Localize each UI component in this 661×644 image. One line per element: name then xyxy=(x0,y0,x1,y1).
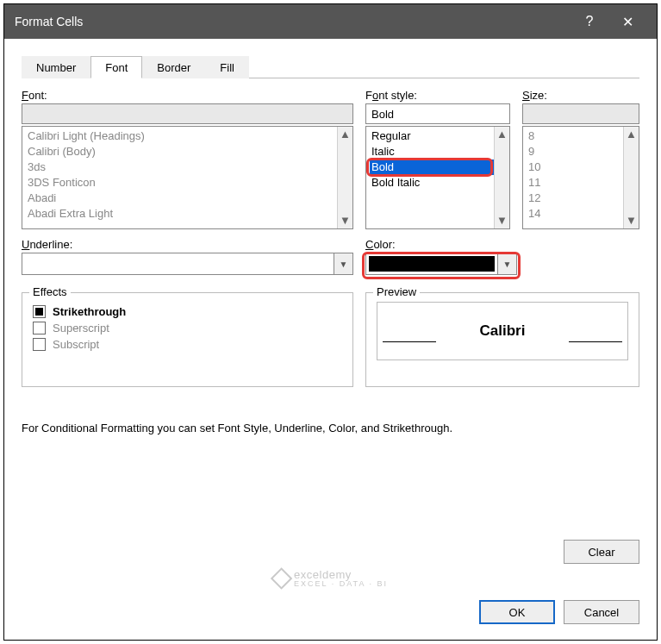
dialog-body: Number Font Border Fill Font: Calibri Li… xyxy=(4,39,657,435)
effects-title: Effects xyxy=(29,285,71,298)
conditional-formatting-note: For Conditional Formatting you can set F… xyxy=(22,422,639,435)
list-item[interactable]: 10 xyxy=(527,159,635,175)
list-item[interactable]: 14 xyxy=(527,206,635,222)
underline-combo[interactable]: ▼ xyxy=(22,253,353,275)
tab-bar: Number Font Border Fill xyxy=(22,54,639,78)
underline-value xyxy=(22,253,334,274)
scroll-up-icon[interactable]: ▲ xyxy=(496,127,508,142)
checkbox-icon xyxy=(33,338,46,351)
color-label: Color: xyxy=(365,238,521,251)
cancel-button[interactable]: Cancel xyxy=(564,600,639,624)
effects-preview-row: Effects Strikethrough Superscript Subscr… xyxy=(22,287,639,387)
font-row: Font: Calibri Light (Headings) Calibri (… xyxy=(22,89,639,229)
scrollbar[interactable]: ▲▼ xyxy=(623,127,639,228)
scroll-down-icon[interactable]: ▼ xyxy=(626,213,637,228)
scrollbar[interactable]: ▲▼ xyxy=(494,127,509,228)
list-item[interactable]: Italic xyxy=(370,144,506,159)
list-item-selected[interactable]: Bold xyxy=(370,159,506,175)
scroll-up-icon[interactable]: ▲ xyxy=(340,127,351,142)
font-style-input[interactable] xyxy=(365,103,510,124)
font-input[interactable] xyxy=(22,103,353,124)
underline-color-row: Underline: ▼ Color: ▼ xyxy=(22,238,639,275)
scroll-up-icon[interactable]: ▲ xyxy=(626,127,637,142)
tab-border[interactable]: Border xyxy=(142,56,205,78)
list-item[interactable]: 8 xyxy=(527,128,635,144)
preview-text: Calibri xyxy=(480,322,526,340)
tab-number[interactable]: Number xyxy=(22,56,90,78)
list-item[interactable]: Bold Italic xyxy=(370,175,506,191)
size-listbox[interactable]: 8 9 10 11 12 14 ▲▼ xyxy=(522,126,639,229)
chevron-down-icon[interactable]: ▼ xyxy=(497,253,516,274)
preview-group: Preview Calibri xyxy=(365,292,639,387)
size-input[interactable] xyxy=(522,103,639,124)
list-item[interactable]: 9 xyxy=(527,144,635,159)
list-item[interactable]: Abadi Extra Light xyxy=(26,206,349,222)
watermark-icon xyxy=(270,567,291,589)
subscript-label: Subscript xyxy=(53,338,99,351)
underline-label: Underline: xyxy=(22,238,353,251)
chevron-down-icon[interactable]: ▼ xyxy=(334,253,352,274)
list-item[interactable]: 11 xyxy=(527,175,635,191)
preview-box: Calibri xyxy=(377,302,628,360)
font-label: Font: xyxy=(22,89,353,102)
subscript-checkbox[interactable]: Subscript xyxy=(33,338,342,351)
tab-fill[interactable]: Fill xyxy=(205,56,249,78)
titlebar: Format Cells ? ✕ xyxy=(4,4,657,39)
font-listbox[interactable]: Calibri Light (Headings) Calibri (Body) … xyxy=(22,126,353,229)
scrollbar[interactable]: ▲▼ xyxy=(337,127,352,228)
preview-line xyxy=(383,341,436,342)
tab-font[interactable]: Font xyxy=(90,56,142,78)
preview-line xyxy=(569,341,622,342)
color-swatch xyxy=(369,256,495,272)
superscript-checkbox[interactable]: Superscript xyxy=(33,322,342,335)
size-label: Size: xyxy=(522,89,639,102)
list-item[interactable]: Regular xyxy=(370,128,506,144)
preview-title: Preview xyxy=(373,285,420,298)
list-item[interactable]: 12 xyxy=(527,191,635,206)
list-item[interactable]: 3ds xyxy=(26,159,349,175)
font-style-listbox[interactable]: Regular Italic Bold Bold Italic ▲▼ xyxy=(365,126,510,229)
effects-group: Effects Strikethrough Superscript Subscr… xyxy=(22,292,353,387)
checkbox-icon xyxy=(33,322,46,335)
list-item[interactable]: Calibri Light (Headings) xyxy=(26,128,349,144)
dialog-title: Format Cells xyxy=(15,15,571,28)
scroll-down-icon[interactable]: ▼ xyxy=(340,213,351,228)
help-button[interactable]: ? xyxy=(571,14,608,29)
strikethrough-label: Strikethrough xyxy=(53,305,126,318)
clear-button[interactable]: Clear xyxy=(564,540,639,564)
strikethrough-checkbox[interactable]: Strikethrough xyxy=(33,305,342,318)
font-style-label: Font style: xyxy=(365,89,510,102)
dialog-format-cells: Format Cells ? ✕ Number Font Border Fill… xyxy=(3,3,658,641)
list-item[interactable]: Calibri (Body) xyxy=(26,144,349,159)
checkbox-icon xyxy=(33,305,46,318)
list-item[interactable]: 3DS Fonticon xyxy=(26,175,349,191)
superscript-label: Superscript xyxy=(53,322,109,335)
scroll-down-icon[interactable]: ▼ xyxy=(496,213,508,228)
dialog-buttons: OK Cancel xyxy=(479,600,639,624)
ok-button[interactable]: OK xyxy=(479,600,555,624)
close-button[interactable]: ✕ xyxy=(608,14,646,30)
list-item[interactable]: Abadi xyxy=(26,191,349,206)
color-combo[interactable]: ▼ xyxy=(365,253,517,275)
watermark: exceldemy EXCEL · DATA · BI xyxy=(273,568,388,588)
